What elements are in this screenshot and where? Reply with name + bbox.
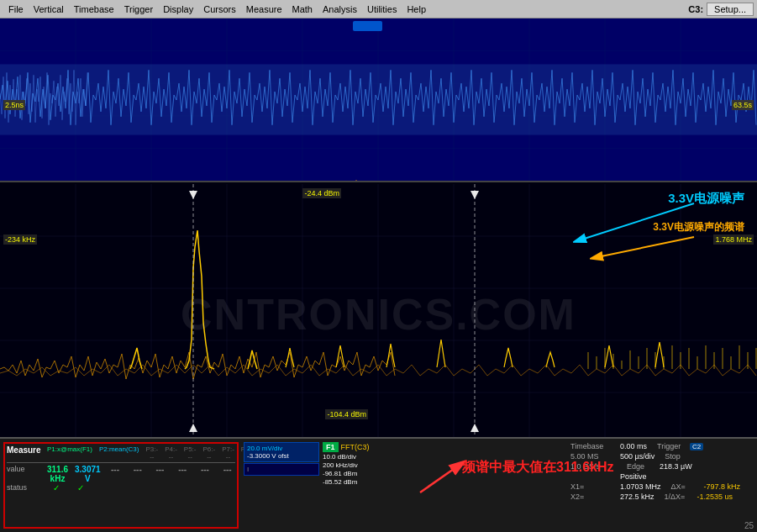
p2-header: P2:mean(C3) — [99, 445, 139, 461]
p3-header: P3:--- — [145, 445, 158, 461]
measure-section: Measure P1:x@max(F1) P2:mean(C3) P3:--- … — [3, 442, 239, 529]
c3-div-label: 20.0 mV/div — [247, 445, 316, 452]
p5-value: --- — [152, 465, 168, 483]
menu-file[interactable]: File — [3, 3, 29, 16]
x2-value: 272.5 kHz — [620, 492, 654, 501]
menu-help[interactable]: Help — [402, 3, 431, 16]
c3-label: C3: — [688, 4, 703, 14]
p7-value: --- — [197, 465, 213, 483]
dbm-marker-bottom: -104.4 dBm — [325, 409, 368, 419]
p6-header: P6:--- — [203, 445, 216, 461]
p7-status — [193, 483, 211, 492]
annotation-bottom: 频谱中最大值在311.6kHz — [412, 442, 565, 529]
info-bar: Measure P1:x@max(F1) P2:mean(C3) P3:--- … — [0, 437, 757, 532]
p7-header: P7:--- — [222, 445, 234, 461]
value-label: value — [7, 465, 40, 483]
timebase-row: Timebase 0.00 ms Trigger C2 — [570, 442, 755, 450]
p1-header: P1:x@max(F1) — [47, 445, 92, 461]
positive-value: Positive — [620, 472, 647, 481]
p5-header: P5:--- — [184, 445, 197, 461]
menu-analysis[interactable]: Analysis — [318, 3, 362, 16]
menu-display[interactable]: Display — [158, 3, 198, 16]
trigger-indicator — [353, 21, 382, 31]
measure-values-row: value 311.6 kHz 3.3071 V --- --- --- ---… — [7, 465, 235, 483]
p3-value: --- — [108, 465, 124, 483]
idx-label: 1/ΔX= — [665, 492, 694, 501]
time-marker-right: 63.5s — [732, 100, 754, 110]
menubar: File Vertical Timebase Trigger Display C… — [0, 0, 757, 18]
timebase-value: 0.00 ms — [620, 442, 647, 450]
p5-status — [145, 483, 162, 492]
fft-db2-value: -85.52 dBm — [323, 478, 407, 486]
right-info-section: Timebase 0.00 ms Trigger C2 5.00 MS 500 … — [570, 442, 755, 529]
p8-value: --- — [219, 465, 235, 483]
fft-info-section: F1 FFT(C3) 10.0 dB/div 200 kHz/div -96.8… — [323, 442, 407, 529]
time-marker-left: 2.5ns — [3, 100, 25, 110]
annotation-bottom-text: 频谱中最大值在311.6kHz — [462, 459, 614, 477]
svg-line-58 — [420, 463, 462, 492]
menu-utilities[interactable]: Utilities — [362, 3, 402, 16]
dbm-marker-top: -24.4 dBm — [302, 188, 341, 198]
c3-info-box: 20.0 mV/div -3.3000 V ofst — [244, 442, 319, 462]
menu-trigger[interactable]: Trigger — [119, 3, 158, 16]
spectrum-panel: CNTRONICS.COM — [0, 184, 757, 445]
p2-status: ✓ — [71, 483, 89, 492]
measure-title: Measure — [7, 445, 40, 461]
scope-area: 2.5ns 63.5s C3 F1 CNTRONICS.COM — [0, 18, 757, 532]
p3-status — [96, 483, 113, 492]
dx-value: -797.8 kHz — [704, 482, 741, 491]
menu-vertical[interactable]: Vertical — [29, 3, 69, 16]
menu-math[interactable]: Math — [287, 3, 318, 16]
menu-timebase[interactable]: Timebase — [69, 3, 119, 16]
measure-status-row: status ✓ ✓ — [7, 483, 235, 492]
p6-value: --- — [175, 465, 191, 483]
trigger-label: Trigger — [657, 442, 686, 450]
c3-extra-box: I — [244, 463, 319, 476]
trigger-badge: C2 — [690, 443, 703, 450]
p4-value: --- — [129, 465, 145, 483]
p6-status — [169, 483, 187, 492]
p1-value: 311.6 kHz — [47, 465, 68, 483]
fft-khz-value: 200 kHz/div — [323, 461, 407, 469]
top-panel: 2.5ns 63.5s — [0, 18, 757, 182]
edge-label: Edge — [627, 462, 656, 471]
trigger-triangle — [351, 180, 361, 182]
timediv-value: 500 µs/div — [620, 452, 654, 461]
svg-rect-15 — [0, 184, 757, 445]
measure-header: Measure P1:x@max(F1) P2:mean(C3) P3:--- … — [7, 445, 235, 463]
idx-value: -1.2535 us — [697, 492, 733, 501]
freq-marker-right: 1.768 MHz — [713, 234, 754, 245]
time-domain-waveform — [0, 18, 757, 181]
power-value: 218.3 µW — [660, 462, 692, 471]
f1-label: F1 — [323, 442, 339, 452]
x2-row: X2= 272.5 kHz 1/ΔX= -1.2535 us — [570, 492, 755, 501]
freq-marker-left: -234 kHz — [3, 234, 37, 245]
c3-offset-value: -3.3000 V ofst — [247, 452, 316, 460]
spectrum-waveform — [0, 184, 757, 445]
stop-label: Stop — [665, 452, 694, 461]
x1-label: X1= — [570, 482, 617, 491]
p1-status: ✓ — [47, 483, 65, 492]
setup-button[interactable]: Setup... — [707, 3, 754, 16]
p2-value: 3.3071 V — [75, 465, 101, 483]
menu-cursors[interactable]: Cursors — [198, 3, 241, 16]
timebase-label: Timebase — [570, 442, 617, 450]
ch-info-section: 20.0 mV/div -3.3000 V ofst I — [244, 442, 319, 529]
x1-row: X1= 1.0703 MHz ΔX= -797.8 kHz — [570, 482, 755, 491]
fft-db1-value: -96.81 dBm — [323, 470, 407, 477]
status-label: status — [7, 483, 40, 492]
p8-status — [218, 483, 235, 492]
page-number: 25 — [744, 521, 754, 530]
menubar-right: C3: Setup... — [688, 3, 754, 16]
x2-label: X2= — [570, 492, 617, 501]
svg-rect-14 — [0, 64, 757, 134]
fft-div-value: 10.0 dB/div — [323, 453, 407, 461]
p4-header: P4:--- — [165, 445, 177, 461]
p4-status — [120, 483, 138, 492]
fft-label-bar: F1 FFT(C3) — [323, 442, 407, 452]
x1-value: 1.0703 MHz — [620, 482, 661, 491]
fft-title: FFT(C3) — [341, 443, 370, 451]
dx-label: ΔX= — [671, 482, 701, 491]
menu-measure[interactable]: Measure — [241, 3, 287, 16]
